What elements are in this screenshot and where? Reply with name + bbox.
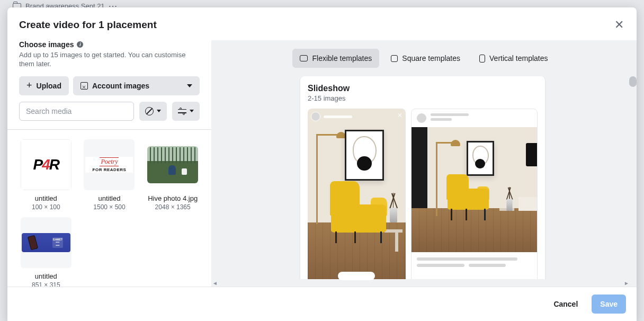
filter-status-dropdown[interactable] <box>139 102 167 121</box>
vertical-scrollbar[interactable] <box>629 76 637 279</box>
media-grid: P4R untitled 100 × 100 PoetryFOR READERS… <box>7 130 211 287</box>
media-name: untitled <box>99 194 121 202</box>
media-dims: 851 × 315 <box>32 281 60 287</box>
scroll-right-arrow[interactable]: ► <box>623 279 630 287</box>
media-name: untitled <box>35 272 57 280</box>
left-panel: Choose images i Add up to 15 images to g… <box>7 40 211 287</box>
media-item[interactable]: P4R untitled 100 × 100 <box>19 139 73 211</box>
close-icon: × <box>397 111 402 120</box>
media-thumbnail: PoetryFOR READERS <box>84 139 135 190</box>
choose-images-heading: Choose images i <box>19 40 200 49</box>
prohibit-icon <box>145 107 154 115</box>
image-source-buttons: Upload Account images <box>19 76 200 95</box>
search-input[interactable] <box>19 102 134 121</box>
modal-title: Create video for 1 placement <box>19 19 157 31</box>
media-thumbnail: GAME?•••••••• <box>21 217 71 268</box>
choose-images-description: Add up to 15 images to get started. You … <box>19 51 200 69</box>
rectangle-icon <box>300 55 308 61</box>
tab-square-templates[interactable]: Square templates <box>383 49 468 68</box>
chevron-down-icon <box>157 110 161 112</box>
tab-label: Square templates <box>402 54 460 63</box>
avatar-placeholder <box>311 112 320 121</box>
template-tabs: Flexible templates Square templates Vert… <box>211 40 637 76</box>
scroll-left-arrow[interactable]: ◄ <box>211 279 219 287</box>
sliders-icon <box>178 108 186 114</box>
preview-feed <box>411 109 538 283</box>
left-panel-controls: Choose images i Add up to 15 images to g… <box>7 40 211 130</box>
template-preview-area: Slideshow 2-15 images <box>211 76 637 287</box>
right-panel: Flexible templates Square templates Vert… <box>211 40 637 287</box>
close-button[interactable]: ✕ <box>612 16 626 34</box>
plus-icon <box>26 80 32 91</box>
cta-pill-placeholder <box>338 272 375 280</box>
template-card-slideshow[interactable]: Slideshow 2-15 images <box>300 76 545 287</box>
square-icon <box>391 55 398 62</box>
search-row <box>19 102 200 121</box>
media-dims: 1500 × 500 <box>93 203 125 211</box>
choose-images-heading-text: Choose images <box>19 40 74 49</box>
horizontal-scrollbar[interactable]: ◄ ► <box>211 279 630 287</box>
info-icon[interactable]: i <box>77 41 83 48</box>
template-card-subtitle: 2-15 images <box>308 94 538 102</box>
tab-vertical-templates[interactable]: Vertical templates <box>472 49 556 68</box>
template-card-title: Slideshow <box>308 84 538 93</box>
save-button[interactable]: Save <box>592 295 626 314</box>
media-dims: 100 × 100 <box>32 203 60 211</box>
media-name: untitled <box>35 194 57 202</box>
create-video-modal: Create video for 1 placement ✕ Choose im… <box>7 7 637 321</box>
media-dims: 2048 × 1365 <box>155 203 191 211</box>
media-thumbnail: P4R <box>21 139 71 190</box>
modal-footer: Cancel Save <box>7 287 637 321</box>
avatar-placeholder <box>417 113 426 123</box>
tab-label: Flexible templates <box>312 54 372 63</box>
filter-options-dropdown[interactable] <box>172 102 200 121</box>
chevron-down-icon <box>190 110 194 112</box>
tab-flexible-templates[interactable]: Flexible templates <box>292 49 379 68</box>
media-item[interactable]: PoetryFOR READERS untitled 1500 × 500 <box>83 139 137 211</box>
upload-label: Upload <box>37 82 61 90</box>
preview-story: × <box>308 109 406 283</box>
account-images-label: Account images <box>92 82 149 90</box>
cancel-button[interactable]: Cancel <box>545 295 586 314</box>
image-icon <box>80 82 88 90</box>
media-thumbnail <box>147 146 198 183</box>
media-item[interactable]: GAME?•••••••• untitled 851 × 315 <box>19 217 73 287</box>
portrait-icon <box>479 55 485 63</box>
media-name: Hive photo 4.jpg <box>148 194 198 202</box>
media-item[interactable]: Hive photo 4.jpg 2048 × 1365 <box>146 139 200 211</box>
modal-body: Choose images i Add up to 15 images to g… <box>7 40 637 287</box>
account-images-dropdown[interactable]: Account images <box>73 76 200 95</box>
tab-label: Vertical templates <box>489 54 548 63</box>
template-preview-row: × <box>308 109 538 283</box>
upload-button[interactable]: Upload <box>19 76 69 95</box>
chevron-down-icon <box>187 84 192 87</box>
modal-header: Create video for 1 placement ✕ <box>7 7 637 40</box>
